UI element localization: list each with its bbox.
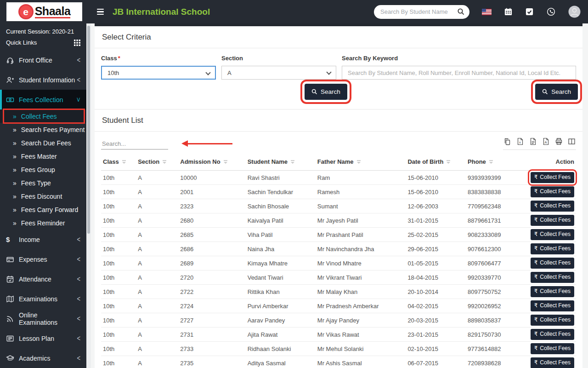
collect-fees-button[interactable]: ₹Collect Fees <box>531 272 574 283</box>
app-logo[interactable]: e Shaala <box>6 2 82 21</box>
student-list-section: Student List x A <box>95 109 582 368</box>
cell-class: 10th <box>101 342 136 356</box>
sidebar-item-front-office[interactable]: Front Office < <box>0 50 86 70</box>
whatsapp-icon[interactable] <box>546 7 556 17</box>
sidebar-item-label: Examinations <box>19 295 57 303</box>
sidebar-item-fees-master[interactable]: »Fees Master <box>0 150 86 163</box>
search-icon[interactable] <box>457 8 465 16</box>
student-table-header: Class Section Admission No Student Name … <box>101 155 576 171</box>
csv-export-button[interactable] <box>529 138 537 145</box>
cell-father-name: Mr Vikas Rawat <box>316 328 406 342</box>
keyword-input[interactable] <box>342 66 576 80</box>
sidebar-item-online-examinations[interactable]: Online Examinations < <box>0 309 86 328</box>
cell-admission-no: 2722 <box>178 285 245 299</box>
cell-father-name: Mr Prashant Patil <box>316 228 406 242</box>
scrollbar-thumb[interactable] <box>87 26 90 234</box>
check-square-icon[interactable] <box>525 7 534 16</box>
column-visibility-icon <box>568 138 576 145</box>
criteria-form: Class* 10th Section A Search By Keyword <box>95 48 582 80</box>
sidebar-item-fees-discount[interactable]: »Fees Discount <box>0 190 86 203</box>
sidebar-item-search-due-fees[interactable]: »Search Due Fees <box>0 136 86 150</box>
sidebar-item-fees-collection[interactable]: Fees Collection < <box>0 90 86 109</box>
column-header-phone[interactable]: Phone <box>466 155 529 171</box>
collect-fees-label: Collect Fees <box>540 316 571 324</box>
user-avatar[interactable] <box>568 6 581 18</box>
table-search-input[interactable] <box>101 138 168 150</box>
class-select[interactable]: 10th <box>101 66 216 80</box>
column-header-date-of-birth[interactable]: Date of Birth <box>406 155 466 171</box>
collect-fees-button[interactable]: ₹Collect Fees <box>531 243 574 254</box>
sort-icon <box>290 160 295 164</box>
cell-dob: 25-02-2015 <box>406 228 466 242</box>
column-visibility-button[interactable] <box>568 138 576 145</box>
chevron-left-icon: < <box>77 334 80 343</box>
collect-fees-button[interactable]: ₹Collect Fees <box>531 300 574 311</box>
sidebar-item-collect-fees[interactable]: » Collect Fees <box>0 109 86 123</box>
collect-fees-button[interactable]: ₹Collect Fees <box>531 343 574 354</box>
grid-icon[interactable] <box>74 40 80 46</box>
sidebar-item-academics[interactable]: Academics < <box>0 348 86 368</box>
cell-action: ₹Collect Fees <box>529 242 576 256</box>
table-row: 10thA2720Vedant TiwariMr Vikrant Tiwari1… <box>101 270 576 285</box>
collect-fees-label: Collect Fees <box>540 345 571 352</box>
cell-father-name: Mr Vikrant Tiwari <box>316 270 406 285</box>
sidebar-item-fees-carry-forward[interactable]: »Fees Carry Forward <box>0 203 86 216</box>
pdf-export-button[interactable]: A <box>542 138 550 145</box>
sidebar-item-income[interactable]: $ Income < <box>0 230 86 249</box>
sidebar-item-examinations[interactable]: Examinations < <box>0 289 86 309</box>
sidebar-item-fees-group[interactable]: »Fees Group <box>0 163 86 176</box>
sidebar-item-fees-type[interactable]: »Fees Type <box>0 176 86 190</box>
quick-links[interactable]: Quick Links <box>0 35 86 46</box>
menu-toggle-icon[interactable] <box>97 9 104 15</box>
column-header-class[interactable]: Class <box>101 155 136 171</box>
cell-admission-no: 2685 <box>178 228 245 242</box>
cell-father-name: Mr Navinchandra Jha <box>316 242 406 256</box>
us-flag-icon[interactable] <box>482 9 492 15</box>
sort-icon <box>122 160 126 164</box>
column-header-father-name[interactable]: Father Name <box>316 155 406 171</box>
sidebar-item-lesson-plan[interactable]: Lesson Plan < <box>0 328 86 348</box>
collect-fees-button[interactable]: ₹Collect Fees <box>531 329 574 340</box>
cell-phone: 9082333089 <box>466 228 529 242</box>
collect-fees-button[interactable]: ₹Collect Fees <box>531 172 574 183</box>
column-header-section[interactable]: Section <box>136 155 178 171</box>
collect-fees-button[interactable]: ₹Collect Fees <box>531 286 574 297</box>
sidebar-item-expenses[interactable]: Expenses < <box>0 249 86 269</box>
section-select[interactable]: A <box>221 66 336 80</box>
cell-action: ₹Collect Fees <box>529 213 576 228</box>
search-button-keyword[interactable]: Search <box>535 84 578 100</box>
cell-phone: 8383838838 <box>466 185 529 199</box>
required-mark: * <box>118 55 120 62</box>
cell-father-name: Ram <box>316 171 406 185</box>
cell-admission-no: 2724 <box>178 299 245 313</box>
collect-fees-button[interactable]: ₹Collect Fees <box>531 258 574 269</box>
print-export-button[interactable] <box>555 138 563 145</box>
sidebar-item-attendance[interactable]: Attendance < <box>0 269 86 289</box>
collect-fees-button[interactable]: ₹Collect Fees <box>531 315 574 326</box>
cell-action: ₹Collect Fees <box>529 356 576 368</box>
sort-icon <box>356 160 361 164</box>
excel-export-button[interactable]: x <box>516 138 524 145</box>
cell-class: 10th <box>101 242 136 256</box>
header-search-input[interactable] <box>380 8 457 15</box>
collect-fees-button[interactable]: ₹Collect Fees <box>531 186 574 197</box>
search-button-class-section[interactable]: Search <box>305 84 347 100</box>
column-header-student-name[interactable]: Student Name <box>246 155 316 171</box>
collect-fees-button[interactable]: ₹Collect Fees <box>531 229 574 240</box>
cell-class: 10th <box>101 270 136 285</box>
cell-class: 10th <box>101 185 136 199</box>
collect-fees-button[interactable]: ₹Collect Fees <box>531 201 574 212</box>
copy-export-button[interactable] <box>503 138 511 145</box>
calendar-icon[interactable] <box>504 7 513 16</box>
sidebar-item-fees-reminder[interactable]: »Fees Reminder <box>0 216 86 230</box>
column-header-admission-no[interactable]: Admission No <box>178 155 245 171</box>
collect-fees-button[interactable]: ₹Collect Fees <box>531 357 574 368</box>
cell-phone: 9920339770 <box>466 270 529 285</box>
sidebar-item-student-information[interactable]: Student Information < <box>0 70 86 90</box>
cell-section: A <box>136 285 178 299</box>
sidebar-scrollbar[interactable] <box>86 23 91 368</box>
cell-admission-no: 2720 <box>178 270 245 285</box>
collect-fees-button[interactable]: ₹Collect Fees <box>531 215 574 226</box>
sidebar-item-search-fees-payment[interactable]: »Search Fees Payment <box>0 123 86 136</box>
double-chevron-icon: » <box>13 179 17 187</box>
